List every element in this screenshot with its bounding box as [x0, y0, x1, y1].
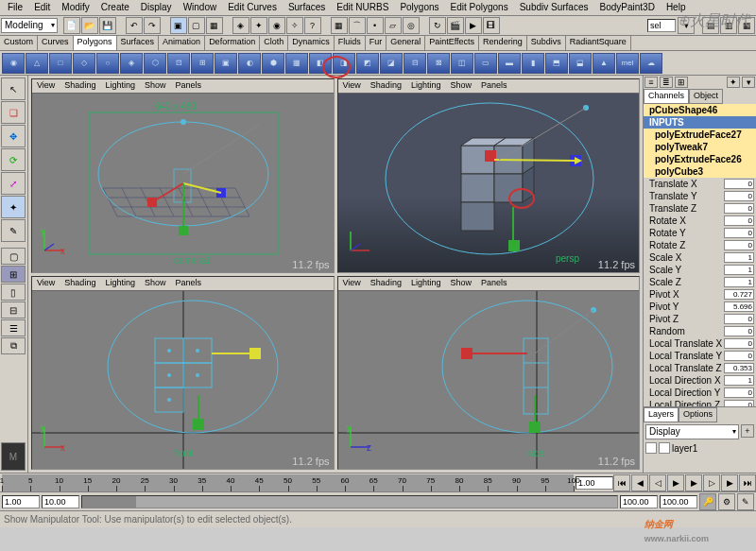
select-tool[interactable]: ↖ [1, 77, 26, 100]
menu-edit[interactable]: Edit [28, 1, 56, 14]
shelf-tab-subdivs[interactable]: Subdivs [527, 36, 566, 50]
module-selector[interactable]: Modeling [1, 18, 58, 33]
vp-menu-view[interactable]: View [32, 277, 60, 290]
shelf-icon-6[interactable]: ⬡ [144, 53, 166, 74]
mask3-icon[interactable]: ◉ [268, 17, 285, 34]
attr-row[interactable]: Random0 [644, 325, 756, 337]
shelf-tab-radiantsquare[interactable]: RadiantSquare [566, 36, 631, 50]
time-slider[interactable]: 1510152025303540455055606570758085909510… [0, 473, 756, 491]
range-end-field[interactable]: 10.00 [42, 495, 79, 508]
node-name[interactable]: pCubeShape46 [645, 105, 754, 115]
save-scene-icon[interactable]: 💾 [99, 17, 116, 34]
shelf-icon-12[interactable]: ▦ [285, 53, 308, 74]
shelf-tab-custom[interactable]: Custom [0, 36, 38, 50]
cb-axis-icon[interactable]: ✦ [727, 77, 740, 88]
menu-subdiv-surfaces[interactable]: Subdiv Surfaces [514, 1, 594, 14]
snap-live-icon[interactable]: ◎ [403, 17, 420, 34]
attr-row[interactable]: Local Direction X1 [644, 374, 756, 387]
viewport-side[interactable]: ViewShadingLightingShowPanels side yz 11 [337, 276, 641, 471]
menu-file[interactable]: File [2, 1, 28, 14]
play-fwd-icon[interactable]: ▶ [685, 474, 702, 491]
attr-row[interactable]: Local Direction Y0 [644, 387, 756, 399]
shelf-icon-0[interactable]: ◉ [2, 53, 25, 74]
snap-curve-icon[interactable]: ⌒ [349, 17, 366, 34]
shelf-icon-22[interactable]: ▮ [522, 53, 544, 74]
ipr-icon[interactable]: ▶ [465, 17, 482, 34]
shelf-tab-dynamics[interactable]: Dynamics [288, 36, 335, 50]
vp-menu-shading[interactable]: Shading [60, 79, 100, 93]
viewport-persp[interactable]: ViewShadingLightingShowPanels 640 x 480 [31, 78, 335, 273]
attr-row[interactable]: Scale X1 [644, 251, 756, 264]
undo-icon[interactable]: ↶ [126, 17, 143, 34]
layout-four[interactable]: ⊞ [1, 266, 26, 283]
script-icon[interactable]: ✎ [737, 493, 754, 510]
attr-row[interactable]: Rotate Z0 [644, 239, 756, 251]
menu-polygons[interactable]: Polygons [394, 1, 444, 14]
time-ruler[interactable]: 1510152025303540455055606570758085909510… [2, 474, 574, 491]
vp-menu-shading[interactable]: Shading [60, 277, 100, 290]
attr-row[interactable]: Scale Z1 [644, 276, 756, 288]
attr-row[interactable]: Pivot Y5.696 [644, 301, 756, 313]
step-fwd-icon[interactable]: ▶ [721, 474, 738, 491]
prefs-icon[interactable]: ⚙ [718, 493, 735, 510]
vp-menu-view[interactable]: View [32, 79, 60, 93]
attr-row[interactable]: Scale Y1 [644, 264, 756, 276]
layout-single[interactable]: ▢ [1, 248, 26, 265]
shelf-tab-polygons[interactable]: Polygons [74, 36, 117, 50]
tab-options[interactable]: Options [679, 407, 717, 422]
input-node[interactable]: polyCube3 [644, 165, 756, 178]
menu-edit-nurbs[interactable]: Edit NURBS [331, 1, 394, 14]
menu-display[interactable]: Display [135, 1, 178, 14]
move-tool[interactable]: ✥ [1, 125, 26, 147]
prev-key-icon[interactable]: ◁ [649, 474, 666, 491]
tab-object[interactable]: Object [689, 89, 723, 104]
select-hier-icon[interactable]: ▣ [170, 17, 187, 34]
shelf-icon-1[interactable]: △ [26, 53, 48, 74]
layer-name[interactable]: layer1 [672, 443, 697, 454]
forward-end-icon[interactable]: ⏭ [739, 474, 756, 491]
tab-channels[interactable]: Channels [644, 89, 689, 104]
tab-layers[interactable]: Layers [644, 407, 679, 422]
select-comp-icon[interactable]: ▦ [206, 17, 223, 34]
layout-three[interactable]: ⊟ [1, 301, 26, 319]
vp-menu-show[interactable]: Show [140, 79, 171, 93]
rotate-tool[interactable]: ⟳ [1, 148, 26, 171]
menu-window[interactable]: Window [178, 1, 223, 14]
vp-menu-panels[interactable]: Panels [170, 277, 206, 290]
attr-row[interactable]: Pivot Z0 [644, 313, 756, 325]
cb-icon1[interactable]: ≡ [644, 77, 658, 88]
new-scene-icon[interactable]: 📄 [63, 17, 80, 34]
mask4-icon[interactable]: ✧ [286, 17, 303, 34]
new-layer-icon[interactable]: + [741, 424, 754, 438]
layout-graph[interactable]: ⧉ [1, 337, 26, 354]
shelf-icon-18[interactable]: ⊠ [427, 53, 450, 74]
shelf-icon-19[interactable]: ◫ [451, 53, 473, 74]
attr-row[interactable]: Local Direction Z0 [644, 399, 756, 406]
cb-icon2[interactable]: ≣ [660, 77, 673, 88]
layout-outliner[interactable]: ☰ [1, 319, 26, 336]
attr-row[interactable]: Translate Y0 [644, 190, 756, 202]
shelf-icon-20[interactable]: ▭ [474, 53, 497, 74]
input-node[interactable]: polyExtrudeFace26 [644, 153, 756, 165]
shelf-icon-26[interactable]: mel [616, 53, 639, 74]
vp-menu-view[interactable]: View [338, 79, 366, 93]
attr-row[interactable]: Rotate Y0 [644, 227, 756, 239]
layout-two[interactable]: ▯ [1, 284, 26, 301]
vp-menu-lighting[interactable]: Lighting [406, 79, 446, 93]
mask5-icon[interactable]: ? [304, 17, 321, 34]
display-dropdown[interactable]: Display [645, 424, 739, 439]
render-icon[interactable]: 🎬 [447, 17, 464, 34]
current-time-field[interactable]: 1.00 [576, 476, 613, 490]
lasso-tool[interactable]: ❏ [1, 101, 26, 124]
play-back-icon[interactable]: ▶ [667, 474, 684, 491]
shelf-tab-deformation[interactable]: Deformation [205, 36, 260, 50]
attr-row[interactable]: Translate X0 [644, 178, 756, 190]
vp-menu-shading[interactable]: Shading [366, 277, 406, 290]
viewport-front[interactable]: ViewShadingLightingShowPanels [31, 276, 335, 471]
scale-tool[interactable]: ⤢ [1, 172, 26, 195]
mask2-icon[interactable]: ✦ [250, 17, 267, 34]
shelf-tab-surfaces[interactable]: Surfaces [117, 36, 160, 50]
vp-menu-lighting[interactable]: Lighting [100, 277, 140, 290]
step-back-icon[interactable]: ◀ [631, 474, 648, 491]
vp-menu-show[interactable]: Show [445, 79, 476, 93]
